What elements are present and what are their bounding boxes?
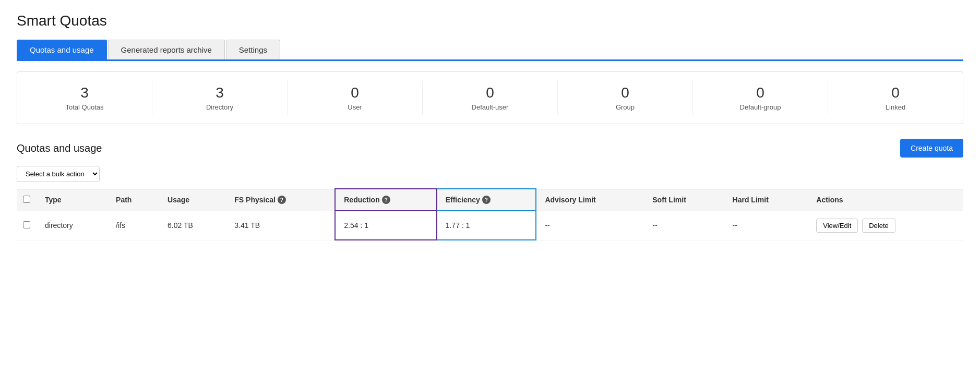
table-row: directory /ifs 6.02 TB 3.41 TB 2.54 : 1 …	[17, 211, 963, 240]
select-all-checkbox[interactable]	[23, 196, 30, 203]
td-fs-physical: 3.41 TB	[226, 211, 335, 240]
efficiency-help-icon[interactable]: ?	[482, 196, 491, 204]
stat-user: 0 User	[288, 80, 423, 115]
stat-total-quotas: 3 Total Quotas	[17, 80, 152, 115]
create-quota-button[interactable]: Create quota	[900, 139, 963, 158]
row-checkbox[interactable]	[23, 221, 30, 228]
th-advisory-limit: Advisory Limit	[536, 189, 644, 211]
th-path: Path	[107, 189, 159, 211]
th-hard-limit: Hard Limit	[724, 189, 808, 211]
table-wrapper: Type Path Usage	[17, 188, 963, 240]
stats-bar: 3 Total Quotas 3 Directory 0 User 0 Defa…	[17, 71, 963, 124]
stat-group: 0 Group	[558, 80, 693, 115]
stat-directory: 3 Directory	[152, 80, 288, 115]
td-checkbox	[17, 211, 37, 240]
td-hard-limit: --	[724, 211, 808, 240]
th-reduction: Reduction ?	[335, 189, 436, 211]
th-type: Type	[37, 189, 107, 211]
td-usage: 6.02 TB	[159, 211, 226, 240]
td-reduction: 2.54 : 1	[335, 211, 436, 240]
th-usage: Usage	[159, 189, 226, 211]
view-edit-button[interactable]: View/Edit	[816, 219, 858, 233]
tabs-container: Quotas and usage Generated reports archi…	[17, 40, 963, 61]
fs-physical-help-icon[interactable]: ?	[278, 196, 286, 204]
td-efficiency: 1.77 : 1	[437, 211, 536, 240]
stat-linked: 0 Linked	[828, 80, 963, 115]
reduction-help-icon[interactable]: ?	[382, 196, 390, 204]
th-fs-physical: FS Physical ?	[226, 189, 335, 211]
stat-default-group: 0 Default-group	[693, 80, 828, 115]
td-path: /ifs	[107, 211, 159, 240]
th-checkbox	[17, 189, 37, 211]
td-advisory-limit: --	[536, 211, 644, 240]
td-soft-limit: --	[644, 211, 724, 240]
tab-reports-archive[interactable]: Generated reports archive	[108, 40, 225, 59]
page-container: Smart Quotas Quotas and usage Generated …	[0, 0, 980, 253]
tab-settings[interactable]: Settings	[226, 40, 280, 59]
bulk-action-select[interactable]: Select a bulk action Delete	[17, 166, 100, 182]
delete-button[interactable]: Delete	[862, 219, 895, 233]
td-type: directory	[37, 211, 107, 240]
th-actions: Actions	[808, 189, 963, 211]
stat-default-user: 0 Default-user	[423, 80, 558, 115]
td-actions: View/Edit Delete	[808, 211, 963, 240]
bulk-action-container: Select a bulk action Delete	[17, 166, 963, 182]
page-title: Smart Quotas	[17, 13, 963, 29]
quotas-table: Type Path Usage	[17, 188, 963, 240]
section-title: Quotas and usage	[17, 142, 102, 154]
tab-quotas-usage[interactable]: Quotas and usage	[17, 40, 107, 59]
th-efficiency: Efficiency ?	[437, 189, 536, 211]
section-header: Quotas and usage Create quota	[17, 139, 963, 158]
th-soft-limit: Soft Limit	[644, 189, 724, 211]
